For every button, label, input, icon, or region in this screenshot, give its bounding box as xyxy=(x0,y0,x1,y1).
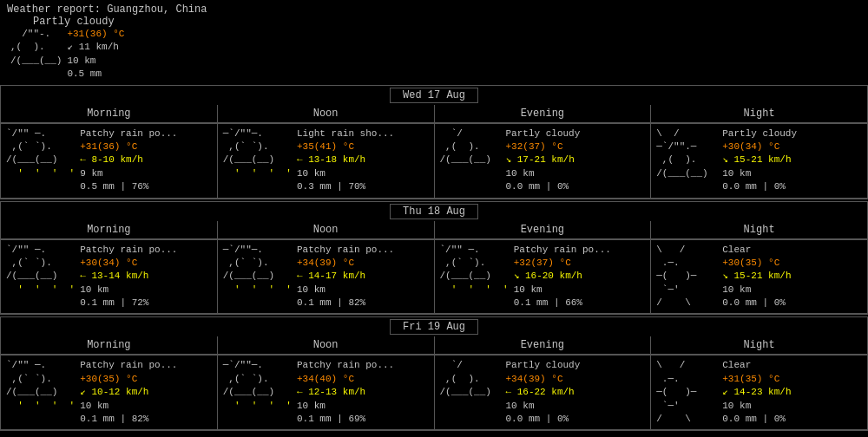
periods-row-0: `/"" ─. ,(` `). /(___(__) ' ' ' 'Patchy … xyxy=(1,123,867,199)
period-header-0-1: Noon xyxy=(218,105,435,122)
condition-1-1: Patchy rain po... xyxy=(297,245,394,255)
temp-1-0: +30(34) °C xyxy=(80,258,137,268)
weather-info-1-3: Clear +30(35) °C ↘ 15-21 km/h 10 km 0.0 … xyxy=(722,244,791,310)
day-section-2: Fri 19 AugMorningNoonEveningNight`/"" ─.… xyxy=(0,316,868,431)
weather-info-2-0: Patchy rain po... +30(35) °C ↙ 10-12 km/… xyxy=(80,359,177,426)
vis-0-1: 10 km xyxy=(297,168,326,179)
precip-0-3: 0.0 mm | 0% xyxy=(722,181,786,192)
temp-0-2: +32(37) °C xyxy=(506,141,563,152)
wind-0-3: ↘ 15-21 km/h xyxy=(722,154,791,165)
period-header-0-3: Night xyxy=(651,105,867,122)
temp-2-2: +34(39) °C xyxy=(506,374,563,384)
period-cell-1-2: `/"" ─. ,(` `). /(___(__) ' ' ' 'Patchy … xyxy=(435,240,652,314)
period-header-0-0: Morning xyxy=(1,105,218,122)
vis-0-0: 9 km xyxy=(80,168,102,179)
period-cell-0-0: `/"" ─. ,(` `). /(___(__) ' ' ' 'Patchy … xyxy=(1,124,218,198)
day-section-0: Wed 17 AugMorningNoonEveningNight`/"" ─.… xyxy=(0,85,868,199)
wind-1-0: ← 13-14 km/h xyxy=(80,271,148,281)
day-section-1: Thu 18 AugMorningNoonEveningNight`/"" ─.… xyxy=(0,201,868,316)
vis-2-1: 10 km xyxy=(297,401,326,411)
period-cell-1-3: \ / .─. ─( )─ `─' / \Clear +30(35) °C ↘ … xyxy=(651,240,867,314)
weather-info-0-2: Partly cloudy +32(37) °C ↘ 17-21 km/h 10… xyxy=(506,127,581,194)
period-cell-2-2: `/ ,( ). /(___(__) Partly cloudy +34(39)… xyxy=(435,355,652,429)
condition-1-2: Patchy rain po... xyxy=(514,245,611,255)
period-cell-1-0: `/"" ─. ,(` `). /(___(__) ' ' ' 'Patchy … xyxy=(1,240,218,314)
weather-art-0-3: \ / ─`/"".─ ,( ). /(___(__) xyxy=(656,127,717,194)
precip-2-3: 0.0 mm | 0% xyxy=(722,414,786,424)
temp-2-0: +30(35) °C xyxy=(80,374,137,384)
precip-0-0: 0.5 mm | 76% xyxy=(80,181,148,192)
period-header-2-0: Morning xyxy=(1,336,218,354)
condition-0-0: Patchy rain po... xyxy=(80,128,177,139)
header-temp: +31(36) °C xyxy=(67,29,124,39)
weather-art-0-1: ─`/""─. ,(` `). /(___(__) ' ' ' ' xyxy=(223,127,292,194)
weather-art-1-1: ─`/""─. ,(` `). /(___(__) ' ' ' ' xyxy=(223,244,292,310)
wind-2-3: ↙ 14-23 km/h xyxy=(722,387,791,397)
period-cell-2-1: ─`/""─. ,(` `). /(___(__) ' ' ' 'Patchy … xyxy=(218,355,435,429)
weather-info-0-3: Partly cloudy +30(34) °C ↘ 15-21 km/h 10… xyxy=(722,127,797,194)
period-cell-0-1: ─`/""─. ,(` `). /(___(__) ' ' ' 'Light r… xyxy=(218,124,435,198)
weather-info-1-0: Patchy rain po... +30(34) °C ← 13-14 km/… xyxy=(80,244,177,310)
header-wind: ↙ 11 km/h xyxy=(67,42,118,52)
wind-2-0: ↙ 10-12 km/h xyxy=(80,387,148,397)
period-cell-0-3: \ / ─`/"".─ ,( ). /(___(__)Partly cloudy… xyxy=(651,124,867,198)
vis-2-0: 10 km xyxy=(80,401,108,411)
precip-2-2: 0.0 mm | 0% xyxy=(506,414,569,424)
header-condition: Partly cloudy xyxy=(7,16,861,28)
period-header-row-1: MorningNoonEveningNight xyxy=(1,221,867,239)
temp-1-2: +32(37) °C xyxy=(514,258,571,268)
temp-2-1: +34(40) °C xyxy=(297,374,354,384)
wind-1-1: ← 14-17 km/h xyxy=(297,271,365,281)
period-cell-0-2: `/ ,( ). /(___(__) Partly cloudy +32(37)… xyxy=(435,124,652,198)
weather-art-1-3: \ / .─. ─( )─ `─' / \ xyxy=(656,244,717,310)
vis-1-1: 10 km xyxy=(297,284,326,295)
condition-0-2: Partly cloudy xyxy=(506,128,581,139)
precip-1-2: 0.1 mm | 66% xyxy=(514,297,582,308)
weather-art-0-0: `/"" ─. ,(` `). /(___(__) ' ' ' ' xyxy=(6,127,75,194)
condition-2-1: Patchy rain po... xyxy=(297,360,394,370)
precip-0-1: 0.3 mm | 70% xyxy=(297,181,365,192)
temp-0-1: +35(41) °C xyxy=(297,141,354,152)
vis-2-3: 10 km xyxy=(722,401,751,411)
wind-0-0: ← 8-10 km/h xyxy=(80,154,143,165)
period-header-1-1: Noon xyxy=(218,221,435,238)
temp-0-3: +30(34) °C xyxy=(722,141,779,152)
weather-art-1-0: `/"" ─. ,(` `). /(___(__) ' ' ' ' xyxy=(6,244,75,310)
weather-info-0-0: Patchy rain po... +31(36) °C ← 8-10 km/h… xyxy=(80,127,177,194)
weather-art-2-2: `/ ,( ). /(___(__) xyxy=(440,359,501,426)
weather-info-2-2: Partly cloudy +34(39) °C ← 16-22 km/h 10… xyxy=(506,359,581,426)
header-details: +31(36) °C ↙ 11 km/h 10 km 0.5 mm xyxy=(67,28,124,82)
wind-0-1: ← 13-18 km/h xyxy=(297,154,365,165)
vis-0-2: 10 km xyxy=(506,168,535,179)
period-header-1-2: Evening xyxy=(435,221,652,238)
period-header-2-3: Night xyxy=(651,336,867,354)
current-weather-header: Weather report: Guangzhou, China Partly … xyxy=(0,0,868,85)
header-vis: 10 km xyxy=(67,55,95,66)
day-label-row-2: Fri 19 Aug xyxy=(1,317,867,336)
weather-art-2-1: ─`/""─. ,(` `). /(___(__) ' ' ' ' xyxy=(223,359,292,426)
precip-1-1: 0.1 mm | 82% xyxy=(297,297,365,308)
precip-1-0: 0.1 mm | 72% xyxy=(80,297,148,308)
temp-0-0: +31(36) °C xyxy=(80,141,137,152)
temp-1-3: +30(35) °C xyxy=(722,258,779,268)
vis-1-2: 10 km xyxy=(514,284,542,295)
weather-app: Weather report: Guangzhou, China Partly … xyxy=(0,0,868,431)
period-header-row-2: MorningNoonEveningNight xyxy=(1,336,867,355)
header-art: /""-. ,( ). /(___(__) xyxy=(10,28,62,82)
wind-2-1: ← 12-13 km/h xyxy=(297,387,365,397)
weather-art-0-2: `/ ,( ). /(___(__) xyxy=(440,127,501,194)
weather-info-2-1: Patchy rain po... +34(40) °C ← 12-13 km/… xyxy=(297,359,394,426)
condition-1-0: Patchy rain po... xyxy=(80,245,177,255)
vis-1-3: 10 km xyxy=(722,284,751,295)
weather-info-2-3: Clear +31(35) °C ↙ 14-23 km/h 10 km 0.0 … xyxy=(722,359,791,426)
wind-0-2: ↘ 17-21 km/h xyxy=(506,154,575,165)
days-container: Wed 17 AugMorningNoonEveningNight`/"" ─.… xyxy=(0,85,868,432)
precip-2-0: 0.1 mm | 82% xyxy=(80,414,148,424)
condition-2-2: Partly cloudy xyxy=(506,360,581,370)
period-cell-2-3: \ / .─. ─( )─ `─' / \Clear +31(35) °C ↙ … xyxy=(651,355,867,429)
condition-0-3: Partly cloudy xyxy=(722,128,797,139)
period-header-2-2: Evening xyxy=(435,336,652,354)
day-label-1: Thu 18 Aug xyxy=(390,204,478,219)
header-precip: 0.5 mm xyxy=(67,68,102,79)
temp-2-3: +31(35) °C xyxy=(722,374,779,384)
